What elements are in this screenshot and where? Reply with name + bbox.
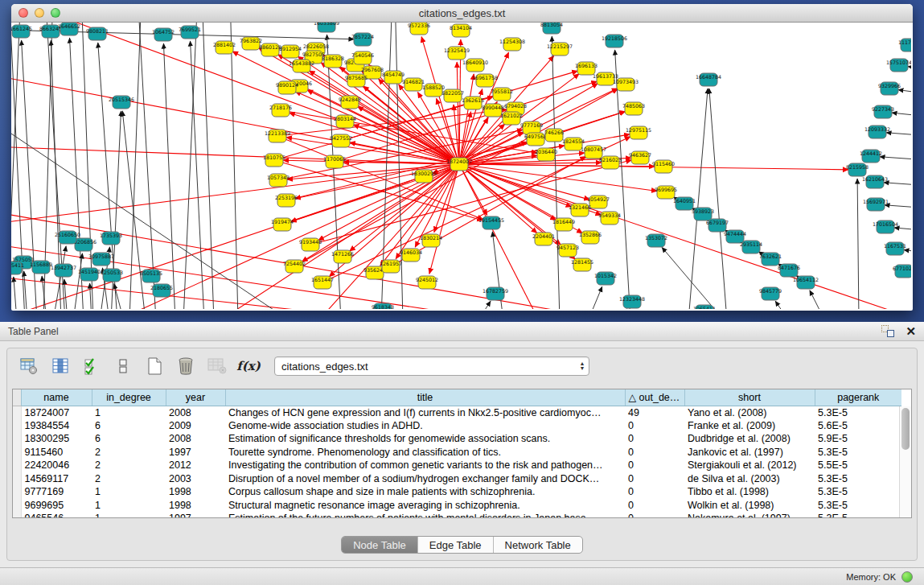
black-edge[interactable]: [14, 277, 17, 309]
delete-attribute-icon[interactable]: [174, 354, 198, 378]
graph-node[interactable]: 9115460: [652, 160, 675, 173]
black-edge[interactable]: [64, 279, 68, 309]
float-window-icon[interactable]: [881, 325, 894, 337]
graph-node[interactable]: 9329966: [878, 82, 901, 95]
table-row[interactable]: 2242004622012Investigating the contribut…: [13, 459, 901, 472]
graph-node[interactable]: 20515346: [109, 96, 134, 109]
graph-node[interactable]: 1621022: [500, 112, 523, 125]
table-cell[interactable]: 18300295: [21, 432, 92, 446]
table-cell[interactable]: Nakamura et al. (1997): [684, 512, 815, 518]
graph-node[interactable]: 15692971: [863, 198, 889, 211]
table-cell[interactable]: 1998: [166, 499, 225, 513]
column-header-in_degree[interactable]: in_degree: [92, 389, 166, 406]
graph-node[interactable]: 8860128: [259, 43, 281, 56]
table-cell[interactable]: Wolkin et al. (1998): [684, 499, 815, 513]
black-edge[interactable]: [662, 247, 725, 309]
graph-node[interactable]: 2718176: [269, 104, 292, 117]
graph-node[interactable]: 9193448: [299, 238, 322, 251]
black-edge[interactable]: [73, 253, 83, 309]
graph-node[interactable]: 1250533: [101, 269, 123, 282]
graph-node[interactable]: 2881402: [213, 41, 236, 54]
graph-node[interactable]: 1244412: [860, 150, 882, 163]
table-cell[interactable]: 6: [92, 419, 166, 433]
table-cell[interactable]: 5.3E-5: [815, 499, 901, 513]
table-cell[interactable]: 9115460: [21, 446, 92, 459]
graph-node[interactable]: 1261957: [380, 260, 402, 273]
table-cell[interactable]: 5.6E-5: [815, 419, 901, 433]
red-edge[interactable]: [286, 138, 459, 164]
table-cell[interactable]: 0: [625, 446, 684, 459]
graph-node[interactable]: 17016504: [873, 220, 898, 233]
table-settings-icon[interactable]: [17, 354, 41, 378]
graph-node[interactable]: 6822057: [441, 89, 464, 102]
graph-node[interactable]: 15751074: [886, 59, 911, 72]
table-cell[interactable]: 5.3E-5: [815, 446, 901, 459]
graph-node[interactable]: 12323448: [619, 295, 645, 308]
table-row[interactable]: 969969511998Structural magnetic resonanc…: [13, 499, 901, 513]
graph-node[interactable]: 1810755: [263, 154, 285, 167]
black-edge[interactable]: [775, 301, 789, 309]
table-cell[interactable]: 1997: [166, 446, 225, 459]
graph-node[interactable]: 1735393: [100, 232, 122, 245]
table-cell[interactable]: 19384554: [21, 419, 92, 433]
show-column-icon[interactable]: [48, 354, 72, 378]
memory-status-indicator[interactable]: [901, 571, 913, 583]
black-edge[interactable]: [163, 43, 175, 309]
table-cell[interactable]: 1998: [166, 485, 225, 499]
table-cell[interactable]: Yano et al. (2008): [684, 406, 815, 419]
graph-node[interactable]: 9463627: [629, 151, 651, 164]
graph-node[interactable]: 9242848: [339, 96, 361, 109]
graph-node[interactable]: 1281455: [571, 258, 593, 271]
graph-node[interactable]: 11254308: [499, 38, 525, 51]
table-cell[interactable]: 9777169: [21, 485, 92, 499]
black-edge[interactable]: [894, 228, 911, 231]
graph-node[interactable]: 16033809: [314, 23, 339, 32]
black-edge[interactable]: [709, 89, 727, 309]
black-edge[interactable]: [885, 205, 911, 208]
graph-node[interactable]: 1661245: [11, 25, 32, 38]
graph-node[interactable]: 9146034: [400, 249, 422, 262]
graph-node[interactable]: 19218506: [602, 35, 627, 47]
graph-node[interactable]: 1156889: [30, 261, 52, 274]
close-icon[interactable]: ✕: [906, 325, 916, 337]
graph-node[interactable]: 2803144: [334, 115, 356, 128]
black-edge[interactable]: [81, 23, 93, 309]
graph-node[interactable]: 1117253: [898, 39, 911, 51]
import-table-icon[interactable]: [205, 354, 229, 378]
column-header-short[interactable]: short: [684, 389, 815, 406]
black-edge[interactable]: [904, 249, 911, 253]
graph-node[interactable]: 18640910: [462, 59, 488, 72]
tab-edge-table[interactable]: Edge Table: [417, 537, 493, 553]
table-cell[interactable]: 2009: [166, 419, 225, 433]
graph-node[interactable]: 7485063: [622, 102, 645, 115]
graph-node[interactable]: 12213389: [265, 130, 290, 142]
network-canvas[interactable]: 1872400795723368134104112543081221529716…: [11, 23, 911, 309]
table-cell[interactable]: 2008: [166, 406, 225, 419]
table-cell[interactable]: 1: [92, 406, 166, 419]
graph-node[interactable]: 13942737: [51, 264, 76, 277]
graph-node[interactable]: 2036440: [535, 148, 557, 161]
table-cell[interactable]: 0: [625, 512, 684, 518]
black-edge[interactable]: [892, 113, 911, 117]
graph-node[interactable]: 9875685: [345, 74, 368, 87]
table-cell[interactable]: Changes of HCN gene expression and I(f) …: [225, 406, 625, 419]
table-cell[interactable]: 0: [625, 419, 684, 433]
table-cell[interactable]: 1997: [166, 512, 225, 518]
graph-node[interactable]: 1065411: [693, 305, 716, 309]
column-header-pagerank[interactable]: pagerank: [815, 389, 901, 406]
table-row[interactable]: 1872400712008Changes of HCN gene express…: [13, 406, 901, 419]
graph-node[interactable]: 7955812: [491, 88, 513, 101]
graph-node[interactable]: 1816449: [552, 218, 575, 231]
graph-node[interactable]: 12325419: [444, 47, 470, 60]
function-builder-icon[interactable]: f(x): [236, 354, 261, 378]
graph-node[interactable]: 6216023: [599, 156, 622, 169]
graph-node[interactable]: 9457123: [556, 244, 579, 257]
table-cell[interactable]: 9465546: [21, 512, 92, 518]
graph-node[interactable]: 8215958: [846, 163, 869, 176]
black-edge[interactable]: [183, 23, 198, 309]
graph-node[interactable]: 7699521: [179, 26, 201, 39]
graph-node[interactable]: 1830214: [420, 234, 442, 247]
black-edge[interactable]: [880, 157, 911, 160]
table-selector-dropdown[interactable]: citations_edges.txt ▲▼: [274, 356, 589, 376]
table-cell[interactable]: 14569117: [21, 472, 92, 486]
